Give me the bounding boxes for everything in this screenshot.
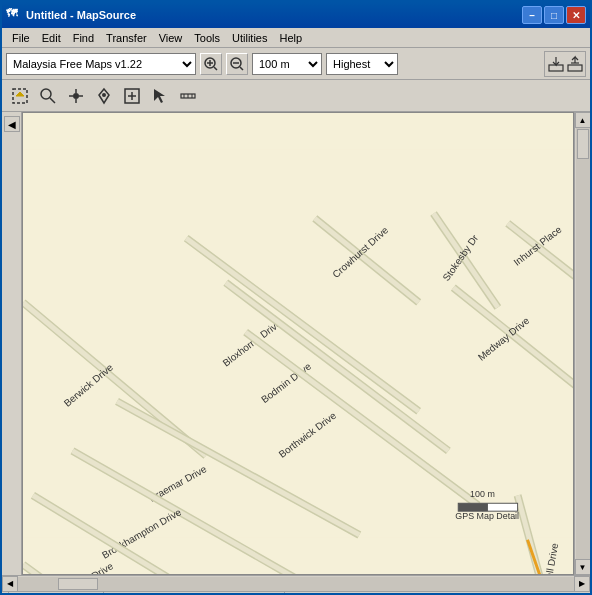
minimize-button[interactable]: – [522,6,542,24]
distance-select[interactable]: 50 m 100 m 200 m 500 m [252,53,322,75]
menu-help[interactable]: Help [273,30,308,46]
upload-button[interactable] [544,51,586,77]
scroll-up-button[interactable]: ▲ [575,112,591,128]
pan-tool[interactable] [64,84,88,108]
menu-transfer[interactable]: Transfer [100,30,153,46]
window-controls: – □ ✕ [522,6,586,24]
svg-text:100 m: 100 m [470,489,495,499]
svg-rect-8 [568,65,582,71]
quality-select[interactable]: Lowest Low Normal High Highest [326,53,398,75]
svg-marker-10 [16,92,24,96]
collapse-button[interactable]: ◀ [4,116,20,132]
svg-point-11 [41,89,51,99]
pointer-tool[interactable] [148,84,172,108]
menu-utilities[interactable]: Utilities [226,30,273,46]
hscroll-track[interactable] [18,577,574,591]
left-panel: ◀ [2,112,22,575]
zoom-out-button[interactable] [226,53,248,75]
title-bar: 🗺 Untitled - MapSource – □ ✕ [2,2,590,28]
measure-tool[interactable] [176,84,200,108]
scroll-down-button[interactable]: ▼ [575,559,591,575]
svg-text:GPS Map Detail: GPS Map Detail [455,511,519,521]
waypoint-tool[interactable] [92,84,116,108]
scroll-track[interactable] [576,128,590,559]
select-area-tool[interactable] [8,84,32,108]
status-bar: 0 Items Selected Lat/Lon hddd°mm.mmm'(WG… [2,591,590,595]
menu-find[interactable]: Find [67,30,100,46]
toolbar-2 [2,80,590,112]
map-canvas[interactable]: Berwick Drive Bloxhorne Drive Bodmin Dri… [22,112,574,575]
toolbar-1: Malaysia Free Maps v1.22 50 m 100 m 200 … [2,48,590,80]
vertical-scrollbar[interactable]: ▲ ▼ [574,112,590,575]
menu-bar: File Edit Find Transfer View Tools Utili… [2,28,590,48]
svg-line-3 [214,67,217,70]
app-icon: 🗺 [6,7,22,23]
maximize-button[interactable]: □ [544,6,564,24]
main-area: ◀ Berwick Drive Bloxhorne Drive Bo [2,112,590,575]
svg-rect-7 [549,65,563,71]
zoom-in-button[interactable] [200,53,222,75]
close-button[interactable]: ✕ [566,6,586,24]
svg-rect-68 [458,503,488,511]
svg-point-13 [73,93,79,99]
map-source-select[interactable]: Malaysia Free Maps v1.22 [6,53,196,75]
horizontal-scrollbar[interactable]: ◀ ▶ [2,575,590,591]
menu-view[interactable]: View [153,30,189,46]
window-title: Untitled - MapSource [26,9,522,21]
menu-file[interactable]: File [6,30,36,46]
svg-line-12 [50,98,55,103]
svg-text:Blandford Drive: Blandford Drive [51,560,115,574]
svg-point-14 [102,93,106,97]
scroll-thumb[interactable] [577,129,589,159]
hscroll-thumb[interactable] [58,578,98,590]
svg-marker-18 [154,89,165,103]
svg-line-6 [240,67,243,70]
menu-tools[interactable]: Tools [188,30,226,46]
menu-edit[interactable]: Edit [36,30,67,46]
scroll-left-button[interactable]: ◀ [2,576,18,592]
zoom-selection-tool[interactable] [120,84,144,108]
scroll-right-button[interactable]: ▶ [574,576,590,592]
find-tool[interactable] [36,84,60,108]
